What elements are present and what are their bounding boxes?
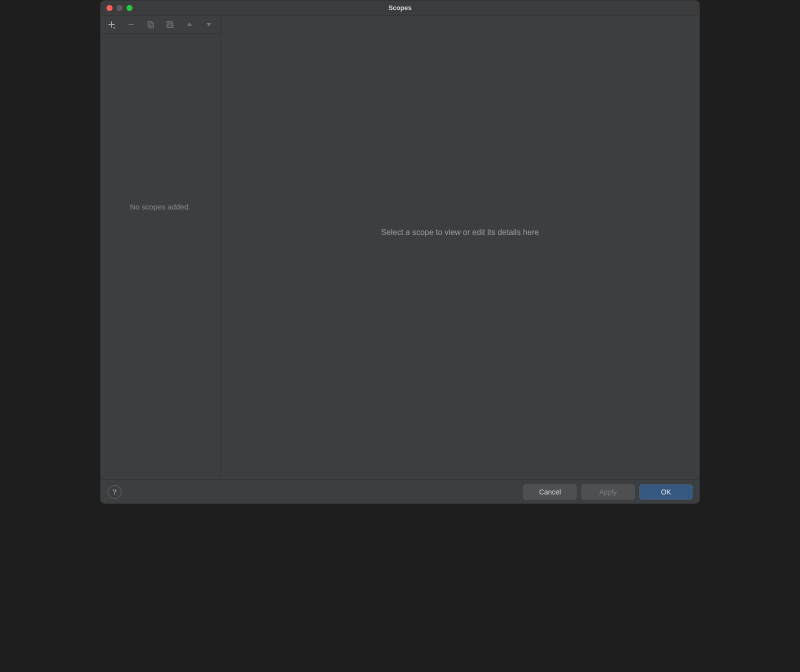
apply-button-label: Apply bbox=[599, 488, 616, 496]
ok-button[interactable]: OK bbox=[640, 484, 692, 500]
main-placeholder-text: Select a scope to view or edit its detai… bbox=[381, 228, 539, 237]
close-window-button[interactable] bbox=[106, 5, 112, 11]
traffic-lights bbox=[100, 5, 132, 11]
window-title: Scopes bbox=[100, 4, 700, 12]
svg-rect-5 bbox=[168, 25, 172, 28]
help-icon: ? bbox=[112, 488, 116, 496]
ok-button-label: OK bbox=[661, 488, 671, 496]
titlebar: Scopes bbox=[100, 0, 700, 16]
sidebar: No scopes added. bbox=[100, 16, 220, 480]
move-up-button[interactable] bbox=[184, 18, 196, 30]
save-scope-button[interactable] bbox=[164, 18, 176, 30]
svg-rect-2 bbox=[148, 22, 152, 26]
svg-marker-7 bbox=[206, 23, 212, 26]
sidebar-toolbar bbox=[100, 16, 220, 34]
remove-scope-button[interactable] bbox=[125, 18, 136, 30]
help-button[interactable]: ? bbox=[108, 485, 122, 499]
svg-rect-3 bbox=[150, 23, 154, 28]
apply-button[interactable]: Apply bbox=[582, 484, 634, 500]
main-panel: Select a scope to view or edit its detai… bbox=[220, 16, 700, 480]
sidebar-body: No scopes added. bbox=[100, 34, 220, 480]
cancel-button-label: Cancel bbox=[539, 488, 561, 496]
svg-marker-6 bbox=[187, 22, 192, 26]
dialog-content: No scopes added. Select a scope to view … bbox=[100, 16, 700, 480]
move-down-button[interactable] bbox=[204, 18, 215, 30]
svg-rect-4 bbox=[168, 22, 172, 24]
copy-scope-button[interactable] bbox=[144, 18, 156, 30]
cancel-button[interactable]: Cancel bbox=[524, 484, 576, 500]
add-scope-button[interactable] bbox=[106, 18, 117, 30]
dialog-footer: ? Cancel Apply OK bbox=[100, 480, 700, 504]
maximize-window-button[interactable] bbox=[126, 5, 132, 11]
minimize-window-button[interactable] bbox=[116, 5, 122, 11]
svg-rect-1 bbox=[128, 24, 134, 25]
scopes-dialog: Scopes bbox=[100, 0, 700, 504]
sidebar-empty-text: No scopes added. bbox=[130, 202, 190, 211]
svg-marker-0 bbox=[114, 28, 116, 29]
